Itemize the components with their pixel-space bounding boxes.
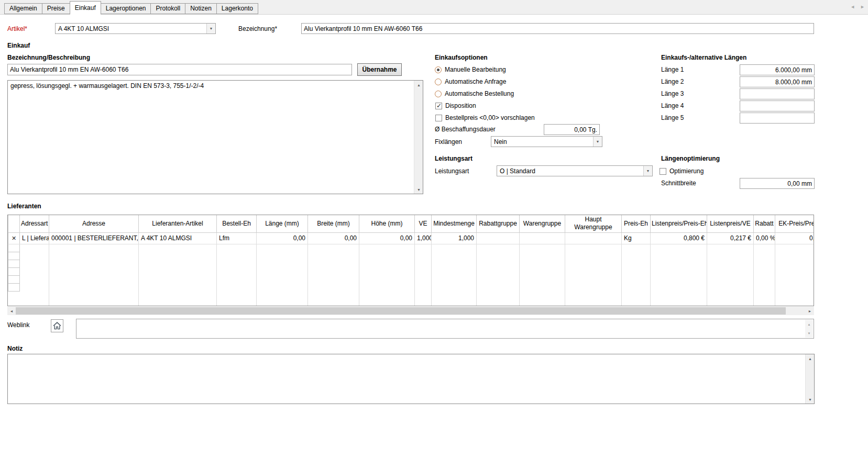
uebernahme-button[interactable]: Übernahme bbox=[357, 63, 402, 76]
cell[interactable] bbox=[775, 283, 815, 291]
row-marker[interactable]: ✕ bbox=[8, 232, 20, 244]
artikel-combobox[interactable]: A 4KT 10 ALMGSI ▼ bbox=[55, 23, 216, 34]
cell[interactable]: Kg bbox=[622, 232, 651, 244]
cell[interactable] bbox=[20, 267, 49, 275]
cell[interactable] bbox=[565, 232, 622, 244]
cell[interactable] bbox=[565, 283, 622, 291]
cell[interactable] bbox=[139, 275, 217, 283]
laenge4-input[interactable] bbox=[740, 100, 815, 111]
cell[interactable] bbox=[651, 275, 707, 283]
cell[interactable] bbox=[359, 267, 415, 275]
cell[interactable] bbox=[49, 260, 139, 267]
cell[interactable] bbox=[139, 267, 217, 275]
cell[interactable] bbox=[49, 244, 139, 252]
column-header[interactable]: VE bbox=[415, 215, 432, 232]
scroll-right-icon[interactable]: ► bbox=[806, 307, 814, 315]
cell[interactable] bbox=[565, 275, 622, 283]
scrollbar-thumb[interactable] bbox=[16, 307, 786, 315]
cell[interactable] bbox=[49, 275, 139, 283]
column-header[interactable]: Rabatt bbox=[754, 215, 775, 232]
cell[interactable] bbox=[20, 252, 49, 260]
cell[interactable] bbox=[49, 252, 139, 260]
chevron-down-icon[interactable]: ▼ bbox=[593, 137, 602, 147]
cell[interactable] bbox=[651, 260, 707, 267]
scroll-down-icon[interactable]: ▼ bbox=[414, 185, 423, 194]
column-header[interactable]: Rabattgruppe bbox=[477, 215, 520, 232]
cell[interactable] bbox=[775, 267, 815, 275]
cell[interactable] bbox=[139, 260, 217, 267]
cell[interactable] bbox=[565, 267, 622, 275]
scroll-left-icon[interactable]: ◄ bbox=[7, 307, 16, 315]
beschreibung-textarea[interactable]: gepress, lösungsgegl. + warmausgelagert.… bbox=[7, 80, 423, 194]
cell[interactable] bbox=[308, 275, 359, 283]
cell[interactable] bbox=[707, 283, 754, 291]
column-header[interactable]: Adressart bbox=[20, 215, 49, 232]
cell[interactable] bbox=[415, 260, 432, 267]
tab-allgemein[interactable]: Allgemein bbox=[4, 3, 42, 14]
chevron-down-icon[interactable]: ▼ bbox=[206, 24, 215, 33]
column-header[interactable]: Listenpreis/VE bbox=[707, 215, 754, 232]
laenge1-input[interactable] bbox=[740, 64, 815, 75]
row-selector-header[interactable] bbox=[8, 215, 20, 232]
cell[interactable] bbox=[308, 244, 359, 252]
cell[interactable] bbox=[754, 260, 775, 267]
cell[interactable] bbox=[415, 252, 432, 260]
cell[interactable] bbox=[622, 244, 651, 252]
column-header[interactable]: Bestell-Eh bbox=[217, 215, 257, 232]
cell[interactable]: Lfm bbox=[217, 232, 257, 244]
row-selector[interactable] bbox=[8, 260, 20, 267]
cell[interactable] bbox=[754, 252, 775, 260]
column-header[interactable]: Höhe (mm) bbox=[359, 215, 415, 232]
radio-icon[interactable] bbox=[435, 91, 442, 97]
cell[interactable] bbox=[565, 260, 622, 267]
schnittbreite-input[interactable] bbox=[740, 178, 815, 189]
cell[interactable] bbox=[754, 267, 775, 275]
cell[interactable] bbox=[308, 283, 359, 291]
cell[interactable] bbox=[415, 283, 432, 291]
cell[interactable] bbox=[217, 260, 257, 267]
row-selector[interactable] bbox=[8, 252, 20, 260]
home-button[interactable] bbox=[51, 319, 63, 332]
radio-icon[interactable] bbox=[435, 79, 442, 85]
cell[interactable] bbox=[707, 275, 754, 283]
cell[interactable] bbox=[217, 267, 257, 275]
laenge3-input[interactable] bbox=[740, 88, 815, 99]
cell[interactable] bbox=[707, 267, 754, 275]
scroll-up-icon[interactable]: ▲ bbox=[414, 81, 423, 89]
tab-preise[interactable]: Preise bbox=[42, 3, 70, 14]
column-header[interactable]: Listenpreis/Preis-Eh bbox=[651, 215, 707, 232]
cell[interactable] bbox=[432, 275, 477, 283]
cell[interactable] bbox=[217, 252, 257, 260]
cell[interactable] bbox=[139, 283, 217, 291]
cell[interactable] bbox=[477, 283, 520, 291]
column-header[interactable]: Haupt Warengruppe bbox=[565, 215, 622, 232]
lieferanten-grid[interactable]: AdressartAdresseLieferanten-ArtikelBeste… bbox=[7, 215, 814, 306]
beschaffungsdauer-input[interactable] bbox=[544, 124, 600, 135]
cell[interactable] bbox=[707, 252, 754, 260]
row-selector[interactable] bbox=[8, 267, 20, 275]
cell[interactable] bbox=[359, 283, 415, 291]
cell[interactable] bbox=[520, 260, 565, 267]
cell[interactable] bbox=[754, 244, 775, 252]
radio-automatische-anfrage[interactable]: Automatische Anfrage bbox=[435, 78, 506, 85]
checkbox-icon[interactable] bbox=[435, 103, 442, 109]
cell[interactable] bbox=[477, 260, 520, 267]
tab-scroll-left-icon[interactable]: ◄ bbox=[850, 4, 855, 9]
empty-row[interactable] bbox=[8, 260, 815, 267]
beschreibung-scrollbar[interactable]: ▲ ▼ bbox=[414, 81, 423, 194]
cell[interactable] bbox=[622, 252, 651, 260]
checkbox-bestellpreis-vorschlagen[interactable]: Bestellpreis <0,00> vorschlagen bbox=[435, 114, 535, 121]
cell[interactable] bbox=[520, 275, 565, 283]
cell[interactable] bbox=[477, 232, 520, 244]
horizontal-scrollbar[interactable]: ◄ ► bbox=[7, 307, 814, 315]
cell[interactable] bbox=[415, 275, 432, 283]
bezeichnung-input[interactable] bbox=[301, 23, 814, 34]
empty-row[interactable] bbox=[8, 283, 815, 291]
leistungsart-combobox[interactable]: O | Standard ▼ bbox=[497, 165, 653, 176]
tab-lageroptionen[interactable]: Lageroptionen bbox=[101, 3, 151, 14]
cell[interactable] bbox=[622, 283, 651, 291]
cell[interactable] bbox=[257, 260, 308, 267]
cell[interactable] bbox=[359, 260, 415, 267]
cell[interactable]: 0,217 € bbox=[707, 232, 754, 244]
cell[interactable] bbox=[49, 283, 139, 291]
